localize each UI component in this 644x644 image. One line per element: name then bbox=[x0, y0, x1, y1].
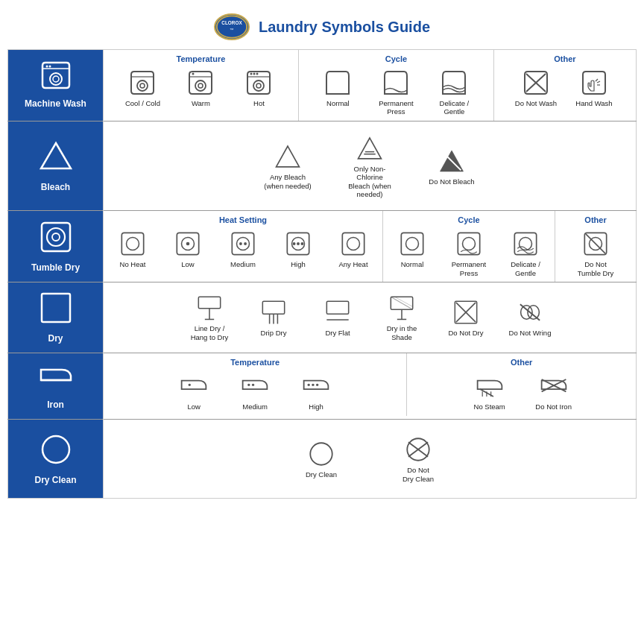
item-delicate: Delicate /Gentle bbox=[428, 68, 480, 116]
item-iron-high: High bbox=[290, 371, 342, 411]
iron-label: Iron bbox=[13, 400, 98, 410]
hot-label: Hot bbox=[253, 99, 265, 107]
svg-line-20 bbox=[597, 81, 600, 83]
svg-point-80 bbox=[247, 384, 250, 386]
dry-clean-header: Dry Clean bbox=[8, 420, 104, 499]
item-dry-shade: Dry in theShade bbox=[376, 293, 428, 341]
dry-high-icon bbox=[285, 229, 311, 259]
svg-point-40 bbox=[244, 242, 247, 245]
tumble-dry-header: Tumble Dry bbox=[8, 211, 104, 282]
dry-cycle-perm-icon bbox=[456, 229, 482, 259]
dry-content: Line Dry /Hang to Dry Drip Dry bbox=[104, 282, 637, 353]
svg-point-49 bbox=[406, 238, 419, 250]
svg-point-8 bbox=[140, 83, 145, 88]
wash-warm-icon bbox=[187, 68, 214, 98]
clorox-logo: CLOROX ™ bbox=[214, 13, 250, 40]
svg-point-83 bbox=[312, 384, 314, 386]
dry-cycle-normal-label: Normal bbox=[401, 260, 424, 268]
svg-point-38 bbox=[237, 238, 250, 250]
svg-point-33 bbox=[127, 238, 139, 250]
do-not-wash-icon bbox=[523, 68, 549, 98]
item-do-not-iron: Do Not Iron bbox=[528, 371, 580, 411]
bleach-icon-main bbox=[13, 140, 98, 179]
dry-label: Dry bbox=[13, 333, 98, 344]
dry-flat-icon bbox=[325, 297, 350, 327]
svg-point-79 bbox=[189, 384, 191, 386]
svg-point-6 bbox=[48, 66, 51, 68]
no-steam-icon bbox=[476, 371, 503, 401]
svg-rect-29 bbox=[42, 223, 70, 251]
item-no-steam: No Steam bbox=[464, 371, 516, 411]
do-not-wring-label: Do Not Wring bbox=[509, 329, 552, 337]
iron-high-icon bbox=[303, 371, 329, 401]
item-iron-medium: Medium bbox=[229, 371, 281, 411]
page-title: Laundry Symbols Guide bbox=[259, 19, 430, 36]
dry-cycle-normal-icon bbox=[400, 229, 425, 259]
dry-clean-row: Dry Clean Dry Clean bbox=[8, 420, 637, 499]
cycle-title: Cycle bbox=[302, 54, 490, 63]
item-do-not-tumble: Do NotTumble Dry bbox=[569, 229, 622, 277]
non-chlorine-icon bbox=[356, 133, 383, 163]
item-drip-dry: Drip Dry bbox=[247, 297, 300, 337]
svg-point-30 bbox=[47, 228, 65, 246]
iron-header: Iron bbox=[8, 353, 104, 420]
temp-title: Temperature bbox=[107, 54, 295, 63]
item-non-chlorine-bleach: Only Non-ChlorineBleach (when needed) bbox=[344, 133, 396, 199]
delicate-label: Delicate /Gentle bbox=[440, 99, 470, 116]
iron-low-icon bbox=[180, 371, 207, 401]
line-dry-label: Line Dry /Hang to Dry bbox=[191, 324, 229, 341]
svg-point-3 bbox=[50, 73, 62, 85]
any-bleach-icon bbox=[274, 142, 301, 171]
svg-text:™: ™ bbox=[230, 28, 234, 32]
do-not-bleach-label: Do Not Bleach bbox=[429, 177, 474, 186]
do-not-wring-icon bbox=[517, 297, 543, 327]
svg-rect-32 bbox=[121, 233, 143, 255]
iron-high-label: High bbox=[309, 402, 323, 411]
svg-point-82 bbox=[308, 384, 310, 386]
tumble-dry-content: Heat Setting No Heat bbox=[104, 211, 637, 282]
svg-rect-46 bbox=[342, 233, 364, 255]
dry-row: Dry Line Dry /Hang to Dry bbox=[8, 282, 637, 353]
machine-wash-row: Machine Wash Temperature bbox=[8, 50, 637, 121]
perm-press-label: PermanentPress bbox=[379, 99, 413, 116]
item-dry-any-heat: Any Heat bbox=[327, 229, 379, 268]
item-dry-low: Low bbox=[162, 229, 214, 268]
svg-point-7 bbox=[137, 80, 148, 91]
heat-setting-title: Heat Setting bbox=[107, 215, 379, 224]
svg-point-5 bbox=[45, 66, 48, 68]
tumble-dry-row: Tumble Dry Heat Setting bbox=[8, 211, 637, 282]
svg-point-11 bbox=[192, 73, 195, 75]
item-dry-high: High bbox=[272, 229, 324, 268]
wash-perm-icon bbox=[382, 68, 409, 98]
no-steam-label: No Steam bbox=[474, 402, 505, 411]
no-heat-label: No Heat bbox=[120, 260, 146, 268]
dry-cycle-perm-label: PermanentPress bbox=[452, 260, 486, 277]
item-any-bleach: Any Bleach(when needed) bbox=[262, 142, 314, 190]
item-perm-press: PermanentPress bbox=[370, 68, 422, 116]
dry-clean-icon bbox=[308, 439, 335, 469]
svg-point-15 bbox=[253, 73, 256, 75]
svg-point-39 bbox=[239, 242, 242, 245]
item-line-dry: Line Dry /Hang to Dry bbox=[183, 293, 236, 341]
svg-point-84 bbox=[316, 384, 318, 386]
iron-content: Temperature Low bbox=[104, 353, 637, 420]
dry-icon-main bbox=[13, 291, 98, 330]
svg-point-16 bbox=[256, 73, 259, 75]
svg-marker-23 bbox=[277, 146, 300, 167]
tumble-dry-label: Tumble Dry bbox=[13, 262, 98, 273]
dry-high-label: High bbox=[291, 260, 306, 268]
item-dry-cycle-perm: PermanentPress bbox=[443, 229, 495, 277]
do-not-bleach-icon bbox=[438, 146, 465, 176]
item-dry-clean: Dry Clean bbox=[295, 439, 347, 479]
do-not-dry-clean-icon bbox=[405, 435, 432, 464]
item-iron-low: Low bbox=[168, 371, 220, 411]
any-bleach-label: Any Bleach(when needed) bbox=[264, 173, 311, 190]
dry-clean-item-label: Dry Clean bbox=[306, 470, 337, 479]
item-dry-cycle-delicate: Delicate /Gentle bbox=[499, 229, 552, 277]
svg-point-45 bbox=[300, 242, 303, 245]
iron-temp-title: Temperature bbox=[107, 358, 403, 367]
iron-medium-icon bbox=[242, 371, 268, 401]
do-not-dry-label: Do Not Dry bbox=[449, 329, 484, 337]
iron-low-label: Low bbox=[187, 402, 200, 411]
wash-normal-icon bbox=[324, 68, 351, 98]
